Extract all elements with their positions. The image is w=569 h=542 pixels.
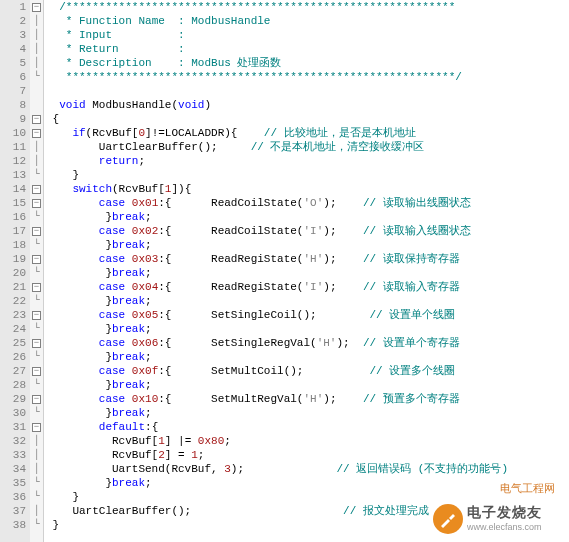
code-line[interactable]: * Function Name : ModbusHandle — [46, 14, 569, 28]
code-line[interactable]: case 0x01:{ ReadCoilState('O'); // 读取输出线… — [46, 196, 569, 210]
fold-gutter: −││││└−−││└−−└−└−└−└−└−└−└−└−│││└└│└ — [30, 0, 44, 542]
line-number: 22 — [0, 294, 26, 308]
code-line[interactable]: }break; — [46, 294, 569, 308]
fold-marker[interactable]: − — [30, 0, 43, 14]
code-line[interactable]: default:{ — [46, 420, 569, 434]
fold-marker: └ — [30, 406, 43, 420]
code-line[interactable]: }break; — [46, 406, 569, 420]
fold-marker: └ — [30, 350, 43, 364]
fold-marker: └ — [30, 490, 43, 504]
line-number: 15 — [0, 196, 26, 210]
code-line[interactable]: case 0x06:{ SetSingleRegVal('H'); // 设置单… — [46, 336, 569, 350]
fold-marker: └ — [30, 210, 43, 224]
line-number: 16 — [0, 210, 26, 224]
fold-marker[interactable]: − — [30, 336, 43, 350]
fold-marker[interactable]: − — [30, 392, 43, 406]
fold-marker: └ — [30, 518, 43, 532]
fold-marker — [30, 98, 43, 112]
code-line[interactable] — [46, 84, 569, 98]
fold-marker[interactable]: − — [30, 112, 43, 126]
fold-marker[interactable]: − — [30, 364, 43, 378]
fold-marker[interactable]: − — [30, 252, 43, 266]
code-line[interactable]: case 0x02:{ ReadCoilState('I'); // 读取输入线… — [46, 224, 569, 238]
fold-marker: └ — [30, 476, 43, 490]
code-line[interactable]: }break; — [46, 350, 569, 364]
line-number: 12 — [0, 154, 26, 168]
fold-marker: │ — [30, 56, 43, 70]
code-line[interactable]: return; — [46, 154, 569, 168]
line-number: 36 — [0, 490, 26, 504]
line-number: 34 — [0, 462, 26, 476]
fold-marker: │ — [30, 28, 43, 42]
code-line[interactable]: RcvBuf[2] = 1; — [46, 448, 569, 462]
code-line[interactable]: case 0x03:{ ReadRegiState('H'); // 读取保持寄… — [46, 252, 569, 266]
code-line[interactable]: }break; — [46, 238, 569, 252]
code-line[interactable]: UartClearBuffer(); // 不是本机地址，清空接收缓冲区 — [46, 140, 569, 154]
line-number: 38 — [0, 518, 26, 532]
fold-marker[interactable]: − — [30, 126, 43, 140]
fold-marker[interactable]: − — [30, 196, 43, 210]
code-line[interactable]: case 0x04:{ ReadRegiState('I'); // 读取输入寄… — [46, 280, 569, 294]
code-line[interactable]: } — [46, 490, 569, 504]
code-line[interactable]: }break; — [46, 322, 569, 336]
line-number: 9 — [0, 112, 26, 126]
fold-marker: │ — [30, 504, 43, 518]
line-number: 3 — [0, 28, 26, 42]
line-number: 27 — [0, 364, 26, 378]
line-number: 26 — [0, 350, 26, 364]
code-editor: 1234567891011121314151617181920212223242… — [0, 0, 569, 542]
fold-marker[interactable]: − — [30, 182, 43, 196]
code-line[interactable]: }break; — [46, 476, 569, 490]
line-number: 8 — [0, 98, 26, 112]
code-line[interactable]: * Input : — [46, 28, 569, 42]
code-line[interactable]: case 0x05:{ SetSingleCoil(); // 设置单个线圈 — [46, 308, 569, 322]
line-number: 21 — [0, 280, 26, 294]
code-line[interactable]: }break; — [46, 210, 569, 224]
fold-marker: └ — [30, 378, 43, 392]
line-number: 25 — [0, 336, 26, 350]
code-line[interactable]: if(RcvBuf[0]!=LOCALADDR){ // 比较地址，是否是本机地… — [46, 126, 569, 140]
fold-marker: │ — [30, 448, 43, 462]
line-number: 1 — [0, 0, 26, 14]
code-line[interactable]: switch(RcvBuf[1]){ — [46, 182, 569, 196]
code-line[interactable]: ****************************************… — [46, 70, 569, 84]
code-line[interactable]: case 0x10:{ SetMultRegVal('H'); // 预置多个寄… — [46, 392, 569, 406]
watermark-logo-url: www.elecfans.com — [467, 522, 542, 532]
code-line[interactable]: void ModbusHandle(void) — [46, 98, 569, 112]
code-line[interactable]: * Description : ModBus 处理函数 — [46, 56, 569, 70]
code-line[interactable]: UartSend(RcvBuf, 3); // 返回错误码 (不支持的功能号) — [46, 462, 569, 476]
code-line[interactable]: } — [46, 168, 569, 182]
fold-marker[interactable]: − — [30, 224, 43, 238]
code-line[interactable]: /***************************************… — [46, 0, 569, 14]
line-number: 37 — [0, 504, 26, 518]
line-number: 31 — [0, 420, 26, 434]
line-number: 23 — [0, 308, 26, 322]
watermark-site-text: 电气工程网 — [500, 481, 555, 496]
code-line[interactable]: }break; — [46, 266, 569, 280]
screwdriver-icon — [433, 504, 463, 534]
line-number: 28 — [0, 378, 26, 392]
fold-marker — [30, 84, 43, 98]
code-line[interactable]: RcvBuf[1] |= 0x80; — [46, 434, 569, 448]
fold-marker: │ — [30, 154, 43, 168]
fold-marker: │ — [30, 140, 43, 154]
fold-marker: └ — [30, 322, 43, 336]
code-area[interactable]: /***************************************… — [44, 0, 569, 542]
line-number: 35 — [0, 476, 26, 490]
line-number: 4 — [0, 42, 26, 56]
fold-marker: └ — [30, 168, 43, 182]
fold-marker[interactable]: − — [30, 280, 43, 294]
fold-marker[interactable]: − — [30, 308, 43, 322]
fold-marker[interactable]: − — [30, 420, 43, 434]
fold-marker: │ — [30, 434, 43, 448]
line-number: 6 — [0, 70, 26, 84]
line-number: 18 — [0, 238, 26, 252]
code-line[interactable]: * Return : — [46, 42, 569, 56]
line-number: 7 — [0, 84, 26, 98]
code-line[interactable]: case 0x0f:{ SetMultCoil(); // 设置多个线圈 — [46, 364, 569, 378]
code-line[interactable]: }break; — [46, 378, 569, 392]
line-number: 24 — [0, 322, 26, 336]
code-line[interactable]: { — [46, 112, 569, 126]
line-number: 2 — [0, 14, 26, 28]
line-number: 10 — [0, 126, 26, 140]
